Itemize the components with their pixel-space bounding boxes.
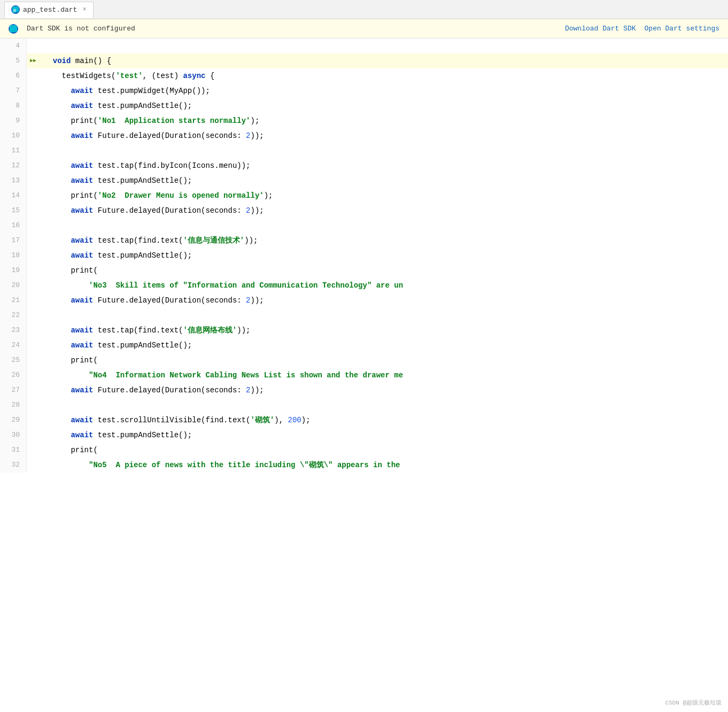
- line-content: await test.pumpAndSettle();: [40, 98, 728, 113]
- line-content: "No4 Information Network Cabling News Li…: [40, 368, 728, 383]
- line-number: 21: [0, 293, 27, 308]
- line-number: 14: [0, 188, 27, 203]
- code-line: 14 print('No2 Drawer Menu is opened norm…: [0, 188, 728, 203]
- code-line: 5▶▶ void main() {: [0, 53, 728, 68]
- line-content: await test.tap(find.text('信息与通信技术'));: [40, 233, 728, 248]
- code-line: 10 await Future.delayed(Duration(seconds…: [0, 128, 728, 143]
- line-content: testWidgets('test', (test) async {: [40, 68, 728, 83]
- code-line: 19 print(: [0, 263, 728, 278]
- line-content: "No5 A piece of news with the title incl…: [40, 458, 728, 473]
- line-content: await Future.delayed(Duration(seconds: 2…: [40, 203, 728, 218]
- line-number: 5: [0, 53, 27, 68]
- svg-marker-2: [10, 25, 17, 33]
- notification-bar: Dart SDK is not configured Download Dart…: [0, 19, 728, 38]
- line-number: 16: [0, 218, 27, 233]
- tab-bar: D app_test.dart ×: [0, 0, 728, 19]
- line-number: 23: [0, 323, 27, 338]
- code-line: 7 await test.pumpWidget(MyApp());: [0, 83, 728, 98]
- line-number: 32: [0, 458, 27, 473]
- line-number: 11: [0, 143, 27, 158]
- line-content: await Future.delayed(Duration(seconds: 2…: [40, 383, 728, 398]
- line-number: 28: [0, 398, 27, 413]
- line-number: 30: [0, 428, 27, 443]
- line-content: print(: [40, 353, 728, 368]
- code-line: 21 await Future.delayed(Duration(seconds…: [0, 293, 728, 308]
- code-line: 8 await test.pumpAndSettle();: [0, 98, 728, 113]
- notification-message: Dart SDK is not configured: [27, 25, 556, 33]
- line-number: 15: [0, 203, 27, 218]
- line-content: [40, 218, 728, 233]
- line-number: 27: [0, 383, 27, 398]
- code-editor[interactable]: 4 5▶▶ void main() {6 testWidgets('test',…: [0, 38, 728, 712]
- line-number: 9: [0, 113, 27, 128]
- code-line: 4: [0, 38, 728, 53]
- code-line: 20 'No3 Skill items of "Information and …: [0, 278, 728, 293]
- line-number: 10: [0, 128, 27, 143]
- dart-file-icon: D: [11, 5, 20, 14]
- code-line: 13 await test.pumpAndSettle();: [0, 173, 728, 188]
- line-content: 'No3 Skill items of "Information and Com…: [40, 278, 728, 293]
- line-number: 13: [0, 173, 27, 188]
- line-content: await test.pumpWidget(MyApp());: [40, 83, 728, 98]
- line-content: await Future.delayed(Duration(seconds: 2…: [40, 128, 728, 143]
- line-content: await test.pumpAndSettle();: [40, 248, 728, 263]
- code-line: 12 await test.tap(find.byIcon(Icons.menu…: [0, 158, 728, 173]
- line-content: void main() {: [40, 53, 728, 68]
- download-dart-sdk-link[interactable]: Download Dart SDK: [565, 25, 636, 33]
- code-line: 32 "No5 A piece of news with the title i…: [0, 458, 728, 473]
- line-content: await test.pumpAndSettle();: [40, 338, 728, 353]
- code-line: 30 await test.pumpAndSettle();: [0, 428, 728, 443]
- line-content: await test.pumpAndSettle();: [40, 173, 728, 188]
- code-line: 9 print('No1 Application starts normally…: [0, 113, 728, 128]
- code-line: 31 print(: [0, 443, 728, 458]
- line-content: print('No1 Application starts normally')…: [40, 113, 728, 128]
- line-content: await Future.delayed(Duration(seconds: 2…: [40, 293, 728, 308]
- line-number: 6: [0, 68, 27, 83]
- line-content: await test.scrollUntilVisible(find.text(…: [40, 413, 728, 428]
- line-gutter: ▶▶: [27, 53, 40, 68]
- line-number: 17: [0, 233, 27, 248]
- line-number: 31: [0, 443, 27, 458]
- line-content: [40, 38, 728, 53]
- open-dart-settings-link[interactable]: Open Dart settings: [645, 25, 719, 33]
- svg-text:D: D: [13, 8, 16, 13]
- tab-filename: app_test.dart: [23, 6, 77, 14]
- line-content: print('No2 Drawer Menu is opened normall…: [40, 188, 728, 203]
- line-content: [40, 308, 728, 323]
- line-content: await test.tap(find.text('信息网络布线'));: [40, 323, 728, 338]
- code-line: 28: [0, 398, 728, 413]
- line-number: 4: [0, 38, 27, 53]
- code-line: 22: [0, 308, 728, 323]
- line-number: 29: [0, 413, 27, 428]
- code-line: 24 await test.pumpAndSettle();: [0, 338, 728, 353]
- dart-sdk-icon: [9, 24, 18, 34]
- code-line: 11: [0, 143, 728, 158]
- code-line: 6 testWidgets('test', (test) async {: [0, 68, 728, 83]
- watermark: CSDN @超级元极垃圾: [663, 698, 724, 708]
- tab-close-button[interactable]: ×: [82, 6, 86, 13]
- line-number: 8: [0, 98, 27, 113]
- line-number: 19: [0, 263, 27, 278]
- line-number: 20: [0, 278, 27, 293]
- line-content: print(: [40, 443, 728, 458]
- line-content: print(: [40, 263, 728, 278]
- code-line: 29 await test.scrollUntilVisible(find.te…: [0, 413, 728, 428]
- line-content: await test.tap(find.byIcon(Icons.menu));: [40, 158, 728, 173]
- line-content: [40, 398, 728, 413]
- line-number: 24: [0, 338, 27, 353]
- line-number: 7: [0, 83, 27, 98]
- line-number: 18: [0, 248, 27, 263]
- code-line: 15 await Future.delayed(Duration(seconds…: [0, 203, 728, 218]
- line-number: 22: [0, 308, 27, 323]
- line-content: [40, 143, 728, 158]
- code-line: 26 "No4 Information Network Cabling News…: [0, 368, 728, 383]
- code-line: 25 print(: [0, 353, 728, 368]
- line-number: 25: [0, 353, 27, 368]
- code-line: 16: [0, 218, 728, 233]
- line-number: 12: [0, 158, 27, 173]
- line-number: 26: [0, 368, 27, 383]
- code-line: 17 await test.tap(find.text('信息与通信技术'));: [0, 233, 728, 248]
- tab-app-test-dart[interactable]: D app_test.dart ×: [4, 2, 94, 18]
- line-content: await test.pumpAndSettle();: [40, 428, 728, 443]
- code-line: 18 await test.pumpAndSettle();: [0, 248, 728, 263]
